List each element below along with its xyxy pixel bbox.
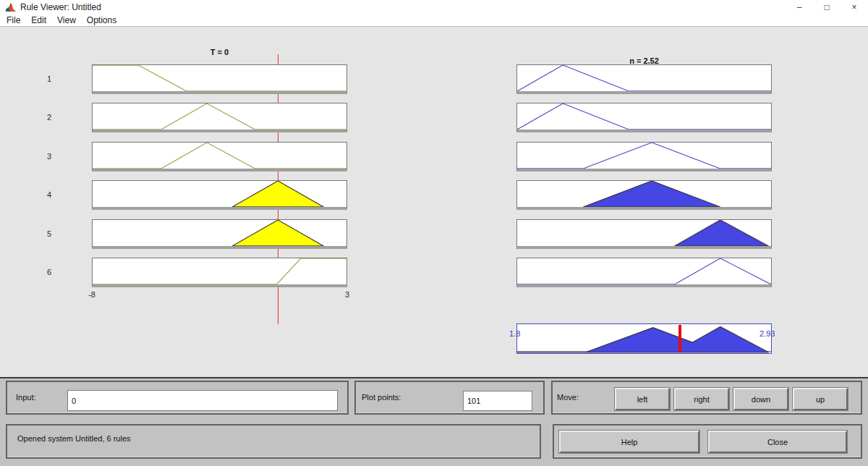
input-mf-plot-rule-4[interactable] — [92, 180, 347, 210]
input-label: Input: — [16, 393, 36, 402]
rule-number-label-1[interactable]: 1 — [39, 75, 59, 83]
input-axis-min-label: -8 — [81, 290, 103, 299]
menu-view[interactable]: View — [57, 15, 76, 25]
rule-viewer-window: Rule Viewer: Untitled – □ × File Edit Vi… — [0, 0, 868, 466]
move-right-button[interactable]: right — [674, 388, 729, 410]
input-mf-plot-rule-1[interactable] — [92, 64, 347, 94]
input-mf-plot-rule-5[interactable] — [92, 219, 347, 249]
window-controls: – □ × — [786, 0, 868, 14]
figure-area: T = 0 n = 2.52 -8 3 1.8 2.93 123456 — [0, 27, 868, 377]
input-axis-max-label: 3 — [336, 290, 358, 299]
rule-number-label-2[interactable]: 2 — [39, 113, 59, 122]
output-mf-plot-rule-5 — [516, 219, 772, 249]
output-mf-plot-rule-3 — [516, 142, 772, 171]
title-bar: Rule Viewer: Untitled – □ × — [0, 0, 868, 14]
menu-file[interactable]: File — [7, 15, 20, 25]
close-icon[interactable]: × — [841, 0, 868, 14]
rule-number-label-6[interactable]: 6 — [39, 268, 59, 276]
menu-bar: File Edit View Options — [0, 14, 868, 27]
move-up-button[interactable]: up — [793, 388, 848, 410]
rule-number-label-4[interactable]: 4 — [39, 190, 59, 199]
help-close-panel: Help Close — [553, 424, 862, 459]
status-panel: Opened system Untitled, 6 rules — [6, 424, 541, 459]
matlab-icon — [6, 3, 16, 12]
plot-points-field[interactable] — [463, 391, 532, 411]
menu-edit[interactable]: Edit — [31, 15, 46, 25]
output-mf-plot-rule-6 — [516, 258, 772, 287]
window-title: Rule Viewer: Untitled — [20, 2, 101, 12]
output-mf-plot-rule-4 — [516, 180, 772, 210]
input-variable-title: T = 0 — [92, 48, 347, 56]
output-mf-plot-rule-2 — [516, 103, 772, 132]
input-mf-plot-rule-6[interactable] — [92, 258, 347, 287]
move-left-button[interactable]: left — [615, 388, 670, 410]
defuzzified-output-marker — [678, 325, 681, 352]
aggregate-output-plot — [516, 323, 772, 354]
input-mf-plot-rule-2[interactable] — [92, 103, 347, 132]
minimize-icon[interactable]: – — [786, 0, 813, 14]
menu-options[interactable]: Options — [87, 15, 116, 25]
input-mf-plot-rule-3[interactable] — [92, 142, 347, 171]
help-button[interactable]: Help — [559, 431, 699, 453]
output-axis-min-label: 1.8 — [509, 329, 520, 338]
close-button[interactable]: Close — [708, 431, 847, 453]
input-field[interactable] — [67, 390, 338, 411]
plot-points-panel: Plot points: — [354, 381, 545, 415]
output-axis-max-label: 2.93 — [760, 329, 775, 338]
move-down-button[interactable]: down — [733, 388, 788, 410]
input-panel: Input: — [6, 381, 349, 415]
rule-number-label-3[interactable]: 3 — [39, 152, 59, 161]
move-panel: Move: left right down up — [551, 381, 862, 415]
move-label: Move: — [557, 393, 579, 402]
plot-points-label: Plot points: — [362, 393, 401, 402]
rule-number-label-5[interactable]: 5 — [39, 229, 59, 238]
maximize-icon[interactable]: □ — [813, 0, 841, 14]
status-message: Opened system Untitled, 6 rules — [17, 434, 131, 443]
output-mf-plot-rule-1 — [516, 64, 772, 94]
